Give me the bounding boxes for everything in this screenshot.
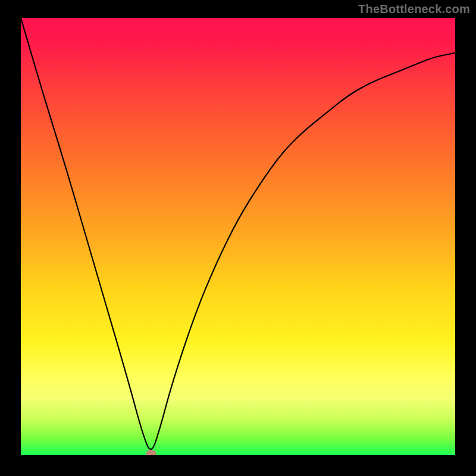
bottleneck-curve <box>21 18 455 455</box>
chart-frame: TheBottleneck.com <box>0 0 476 476</box>
attribution-label: TheBottleneck.com <box>358 2 470 16</box>
bottleneck-point-marker <box>146 450 156 455</box>
plot-area <box>21 18 455 455</box>
